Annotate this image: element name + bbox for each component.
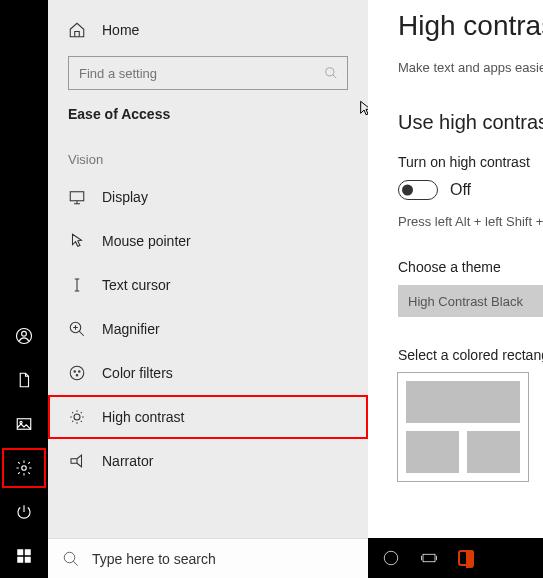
svg-point-16 [74,414,80,420]
toggle-label: Turn on high contrast [398,154,543,170]
svg-rect-8 [25,557,31,563]
sidebar-item-label: High contrast [102,409,184,425]
search-icon [62,550,80,568]
svg-point-9 [326,68,334,76]
sidebar-item-narrator[interactable]: Narrator [48,439,368,483]
color-swatches [398,373,528,481]
taskbar-search-text: Type here to search [92,551,216,567]
sidebar-item-mouse-pointer[interactable]: Mouse pointer [48,219,368,263]
color-swatch[interactable] [467,431,520,473]
sidebar-item-color-filters[interactable]: Color filters [48,351,368,395]
svg-point-19 [384,551,398,565]
svg-rect-7 [17,557,23,563]
pictures-icon[interactable] [0,402,48,446]
page-description: Make text and apps easier to see [398,60,543,75]
sidebar-item-label: Color filters [102,365,173,381]
home-link[interactable]: Home [48,10,368,50]
task-view-icon[interactable] [420,549,438,567]
shortcut-hint: Press left Alt + left Shift + Print Scre… [398,214,543,229]
color-swatch[interactable] [406,381,520,423]
svg-point-13 [74,371,76,373]
cortana-icon[interactable] [382,549,400,567]
page-title: High contrast [398,10,543,42]
text-cursor-icon [68,276,86,294]
account-icon[interactable] [0,314,48,358]
home-icon [68,21,86,39]
rect-label: Select a colored rectangle [398,347,543,363]
display-icon [68,188,86,206]
color-swatch[interactable] [406,431,459,473]
start-button[interactable] [0,534,48,578]
svg-rect-5 [17,549,23,555]
svg-point-14 [79,371,81,373]
svg-point-15 [76,375,78,377]
sidebar-item-magnifier[interactable]: Magnifier [48,307,368,351]
group-label: Vision [48,152,368,167]
section-title: Use high contrast [398,111,543,134]
svg-point-18 [64,552,75,563]
power-icon[interactable] [0,490,48,534]
toggle-state: Off [450,181,471,199]
documents-icon[interactable] [0,358,48,402]
svg-rect-17 [71,459,77,464]
home-label: Home [102,22,139,38]
sidebar-item-display[interactable]: Display [48,175,368,219]
sidebar-item-text-cursor[interactable]: Text cursor [48,263,368,307]
search-input[interactable] [68,56,348,90]
taskbar-search[interactable]: Type here to search [48,538,368,578]
magnifier-icon [68,320,86,338]
contrast-icon [68,408,86,426]
narrator-icon [68,452,86,470]
sidebar-item-high-contrast[interactable]: High contrast [48,395,368,439]
pointer-icon [68,232,86,250]
sidebar-item-label: Text cursor [102,277,170,293]
settings-sidebar: Home Ease of Access Vision Display Mouse… [48,0,368,578]
sidebar-item-label: Narrator [102,453,153,469]
main-content: High contrast Make text and apps easier … [368,0,543,578]
svg-rect-10 [70,192,84,201]
svg-point-4 [22,466,27,471]
search-icon [324,66,338,80]
theme-value: High Contrast Black [408,294,523,309]
sidebar-item-label: Magnifier [102,321,160,337]
theme-dropdown[interactable]: High Contrast Black [398,285,543,317]
svg-point-1 [22,331,27,336]
sidebar-item-label: Mouse pointer [102,233,191,249]
theme-label: Choose a theme [398,259,543,275]
settings-icon[interactable] [0,446,48,490]
svg-rect-6 [25,549,31,555]
sidebar-item-label: Display [102,189,148,205]
svg-point-12 [70,366,84,380]
category-header: Ease of Access [48,106,368,122]
high-contrast-toggle[interactable] [398,180,438,200]
svg-rect-20 [423,554,435,562]
office-icon[interactable] [458,550,474,566]
color-filters-icon [68,364,86,382]
